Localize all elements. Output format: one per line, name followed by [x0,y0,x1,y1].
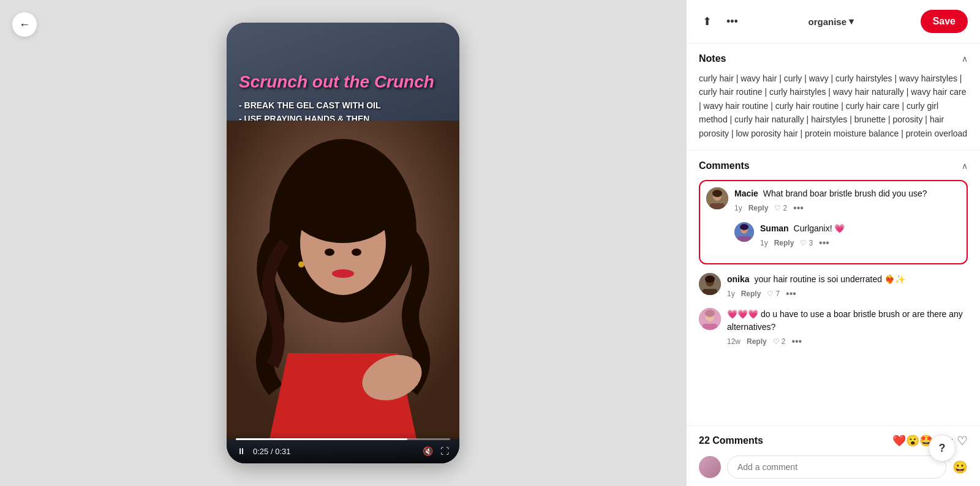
svg-point-23 [705,310,715,317]
svg-point-6 [325,249,334,256]
back-button[interactable]: ← [12,12,37,37]
macie-avatar-svg [706,187,728,209]
upload-icon: ⬆ [703,15,712,28]
avatar-suman [734,222,754,242]
highlighted-comment-block: Macie What brand boar bristle brush did … [699,180,968,264]
onika-comment-text: onika your hair routine is soi underrate… [727,273,968,286]
heart-icon-onika: ♡ [767,290,774,298]
comments-section-header[interactable]: Comments ∧ [699,160,968,171]
suman-avatar-svg [734,222,754,242]
more-options-button[interactable]: ••• [723,12,742,32]
right-header: ⬆ ••• organise ▾ Save [687,0,980,43]
onika-like[interactable]: ♡ 7 [767,290,780,298]
onika-time: 1y [727,290,735,298]
time-current: 0:25 [253,447,268,456]
svg-point-3 [282,145,404,243]
suman-reply-btn[interactable]: Reply [774,239,794,247]
back-icon: ← [19,18,30,31]
macie-like[interactable]: ♡ 2 [774,204,787,212]
macie-comment-body: Macie What brand boar bristle brush did … [734,187,960,214]
video-title: Scrunch out the Crunch [239,72,434,92]
save-button[interactable]: Save [921,10,968,33]
fullscreen-button[interactable]: ⛶ [439,445,450,457]
suman-more-btn[interactable]: ••• [819,237,829,249]
svg-rect-20 [703,289,717,295]
comments-title: Comments [699,160,750,171]
comment-input[interactable] [727,455,946,479]
comments-count-row: 22 Comments ❤️😮🤩 1.2k ♡ [699,433,968,448]
question-icon: ? [939,442,946,455]
onika-reply-btn[interactable]: Reply [741,290,761,298]
heart-save-button[interactable]: ♡ [957,433,968,448]
emoji-button[interactable]: 😀 [952,460,968,474]
suman-like[interactable]: ♡ 3 [800,239,813,247]
video-container: Scrunch out the Crunch - BREAK THE GEL C… [227,23,459,463]
macie-more-btn[interactable]: ••• [793,203,804,214]
svg-point-15 [740,224,748,230]
pink-comment-body: 💗💗💗 do u have to use a boar bristle brus… [727,308,968,347]
comment-onika: onika your hair routine is soi underrate… [699,273,968,299]
onika-username: onika [727,274,750,284]
macie-text: What brand boar bristle brush did you us… [763,189,927,198]
pause-button[interactable]: ⏸ [236,445,247,457]
pink-reply-btn[interactable]: Reply [747,337,767,346]
mute-button[interactable]: 🔇 [421,445,434,457]
avatar-onika [699,273,721,295]
avatar-macie [706,187,728,209]
suman-meta: 1y Reply ♡ 3 ••• [760,237,960,249]
upload-button[interactable]: ⬆ [699,11,715,32]
pink-comment-text: 💗💗💗 do u have to use a boar bristle brus… [727,308,968,334]
header-left: ⬆ ••• [699,11,742,32]
onika-text: your hair routine is soi underrated ❤️‍🔥… [754,274,905,284]
comment-pink: 💗💗💗 do u have to use a boar bristle brus… [699,308,968,347]
right-panel: ⬆ ••• organise ▾ Save Notes ∧ curly hair… [686,0,980,486]
onika-avatar-svg [699,273,721,295]
suman-comment-text: Suman Curlganix! 💗 [760,222,960,235]
chevron-down-icon: ▾ [849,16,854,27]
svg-point-11 [712,190,722,197]
controls-right: 🔇 ⛶ [421,445,450,457]
video-person [227,121,459,427]
heart-icon-suman: ♡ [800,239,807,247]
controls-left: ⏸ 0:25 / 0:31 [236,445,290,457]
macie-meta: 1y Reply ♡ 2 ••• [734,203,960,214]
notes-text: curly hair | wavy hair | curly | wavy | … [699,72,968,140]
progress-bar-container[interactable] [236,438,450,440]
svg-rect-24 [703,324,717,330]
pause-icon: ⏸ [237,446,246,456]
person-silhouette [227,121,459,427]
pink-like-count: 2 [782,337,786,346]
controls-row: ⏸ 0:25 / 0:31 🔇 ⛶ [236,445,450,457]
right-content: Notes ∧ curly hair | wavy hair | curly |… [687,43,980,425]
organise-label: organise [809,17,847,27]
organise-button[interactable]: organise ▾ [809,16,854,27]
macie-reply-btn[interactable]: Reply [748,204,769,212]
pink-like[interactable]: ♡ 2 [773,337,786,346]
svg-point-19 [705,275,715,283]
svg-rect-12 [710,203,725,209]
add-comment-row: 😀 [699,455,968,479]
suman-text: Curlganix! 💗 [794,223,845,233]
onika-meta: 1y Reply ♡ 7 ••• [727,288,968,299]
onika-more-btn[interactable]: ••• [786,288,796,299]
comments-chevron-icon: ∧ [962,161,968,171]
macie-like-count: 2 [783,204,787,212]
macie-username: Macie [734,189,758,198]
pink-avatar-svg [699,308,721,330]
pink-meta: 12w Reply ♡ 2 ••• [727,336,968,347]
avatar-pink [699,308,721,330]
pink-more-btn[interactable]: ••• [791,336,802,347]
notes-section-header[interactable]: Notes ∧ [699,53,968,64]
fullscreen-icon: ⛶ [440,446,449,456]
help-button[interactable]: ? [929,435,956,462]
svg-point-5 [332,269,354,278]
onika-comment-body: onika your hair routine is soi underrate… [727,273,968,299]
heart-icon-pink: ♡ [773,337,780,346]
suman-like-count: 3 [809,239,813,247]
mute-icon: 🔇 [423,446,433,456]
more-icon: ••• [726,15,738,28]
commenter-avatar [699,456,721,478]
svg-rect-16 [737,236,751,242]
emoji-icon: 😀 [952,460,968,474]
pink-text: 💗💗💗 do u have to use a boar bristle brus… [727,309,963,332]
